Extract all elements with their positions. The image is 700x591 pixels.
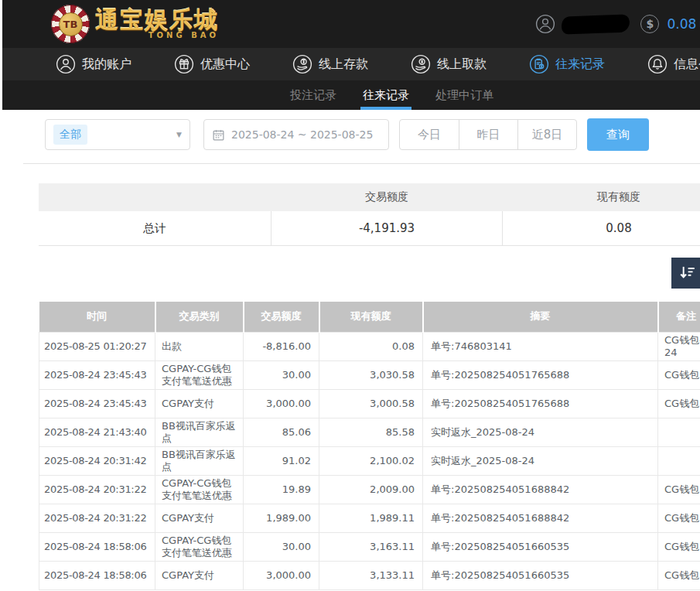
cell-balance: 3,030.58 [319,360,423,389]
cell-time: 2025-08-24 23:45:43 [39,360,155,389]
summary-total-balance: 0.08 [503,221,700,235]
left-edge-strip [0,0,2,110]
nav-label: 我的账户 [82,56,131,73]
summary-total-trade: -4,191.93 [271,211,503,245]
cell-amount: 30.00 [244,532,319,561]
col-header-amount: 交易额度 [244,302,319,332]
calendar-icon [212,128,225,142]
search-button[interactable]: 查询 [587,118,649,151]
cell-remark: CG钱包 [658,389,700,418]
cell-amount: -8,816.00 [244,332,319,360]
content-divider [23,163,700,164]
cell-remark: CG钱包 [658,475,700,504]
cell-time: 2025-08-24 18:58:06 [39,532,155,561]
cell-type: CGPAY支付 [155,389,244,418]
cell-type: 出款 [155,332,244,360]
quick-date-group: 今日 昨日 近8日 [399,119,577,150]
cell-summary: 实时返水_2025-08-24 [423,446,658,475]
col-header-balance: 现有额度 [319,302,423,332]
nav-item-announcements[interactable]: 信息公告 [647,54,700,74]
cell-remark [658,418,700,446]
sub-nav: 投注记录 往来记录 处理中订单 [0,80,700,110]
tab-pending-orders[interactable]: 处理中订单 [434,80,495,110]
cell-balance: 2,100.02 [319,446,423,475]
cell-type: BB视讯百家乐返点 [155,446,244,475]
cell-remark: CG钱包 [658,561,700,589]
cell-remark: CG钱包 [658,360,700,389]
tab-transaction-records[interactable]: 往来记录 [361,80,411,110]
summary-header-row: 交易额度 现有额度 [39,183,700,211]
cell-remark [658,446,700,475]
table-row: 2025-08-24 20:31:22 CGPAY支付 1,989.00 1,9… [39,504,700,532]
tab-label: 往来记录 [363,88,409,103]
user-avatar-icon[interactable] [535,14,555,34]
site-logo[interactable]: TB 通宝娱乐城 TONG BAO [51,5,219,43]
account-area: $ 0.08 R [535,0,700,48]
cell-amount: 85.06 [244,418,319,446]
type-select-value: 全部 [53,125,87,145]
nav-item-transactions[interactable]: 往来记录 [529,54,605,74]
cell-remark: CG钱包 [658,504,700,532]
cell-summary: 单号:202508254051765688 [423,360,658,389]
withdraw-icon [411,54,431,74]
cell-balance: 2,009.00 [319,475,423,504]
cell-amount: 91.02 [244,446,319,475]
summary-total-label: 总计 [39,221,271,236]
nav-label: 优惠中心 [200,56,250,73]
cell-summary: 单号:202508254051688842 [423,504,658,532]
cell-amount: 30.00 [244,360,319,389]
filter-bar: 全部 ▼ 2025-08-24 ~ 2025-08-25 今日 昨日 近8日 查… [45,118,700,151]
cell-summary: 单号:202508254051765688 [423,389,658,418]
cell-amount: 3,000.00 [244,389,319,418]
cell-time: 2025-08-25 01:20:27 [39,332,155,360]
cell-type: BB视讯百家乐返点 [155,418,244,446]
nav-item-deposit[interactable]: 线上存款 [292,54,368,74]
yesterday-button[interactable]: 昨日 [459,120,517,149]
nav-label: 往来记录 [555,56,605,73]
sort-descending-icon[interactable] [671,258,700,289]
cell-balance: 1,989.11 [319,504,423,532]
cell-balance: 3,133.11 [319,561,423,589]
cell-summary: 单号:202508254051688842 [423,475,658,504]
chevron-down-icon: ▼ [176,131,182,138]
cell-summary: 单号:202508254051660535 [423,561,658,589]
nav-item-my-account[interactable]: 我的账户 [56,54,131,74]
date-range-value: 2025-08-24 ~ 2025-08-25 [231,128,373,141]
bell-icon [647,54,668,74]
type-select[interactable]: 全部 ▼ [45,119,190,150]
active-tab-underline [360,107,411,110]
last-8-days-button[interactable]: 近8日 [517,120,576,149]
cell-balance: 3,163.11 [319,532,423,561]
cell-time: 2025-08-24 20:31:22 [39,504,155,532]
nav-label: 线上存款 [319,56,368,73]
date-range-input[interactable]: 2025-08-24 ~ 2025-08-25 [203,119,389,150]
brand-name-cn: 通宝娱乐城 [95,9,219,32]
summary-table: 交易额度 现有额度 总计 -4,191.93 0.08 [39,183,700,246]
redacted-username [562,14,630,34]
today-button[interactable]: 今日 [400,120,459,149]
table-row: 2025-08-24 23:45:43 CGPAY支付 3,000.00 3,0… [39,389,700,418]
table-row: 2025-08-25 01:20:27 出款 -8,816.00 0.08 单号… [39,332,700,360]
summary-header-balance: 现有额度 [503,190,700,204]
tab-betting-records[interactable]: 投注记录 [289,80,338,110]
col-header-remark: 备注 [658,302,700,332]
nav-item-promotions[interactable]: 优惠中心 [174,54,250,74]
records-icon [529,54,549,74]
summary-total-row: 总计 -4,191.93 0.08 [39,211,700,246]
cell-time: 2025-08-24 23:45:43 [39,389,155,418]
col-header-summary: 摘要 [423,302,658,332]
cell-balance: 3,000.58 [319,389,423,418]
cell-type: CGPAY-CG钱包支付笔笔送优惠 [155,360,244,389]
table-row: 2025-08-24 21:43:40 BB视讯百家乐返点 85.06 85.5… [39,418,700,446]
top-bar: TB 通宝娱乐城 TONG BAO $ 0.08 R [0,0,700,48]
table-row: 2025-08-24 23:45:43 CGPAY-CG钱包支付笔笔送优惠 30… [39,360,700,389]
cell-type: CGPAY-CG钱包支付笔笔送优惠 [155,532,244,561]
table-row: 2025-08-24 20:31:22 CGPAY-CG钱包支付笔笔送优惠 19… [39,475,700,504]
cell-time: 2025-08-24 18:58:06 [39,561,155,589]
cell-balance: 0.08 [319,332,423,360]
user-icon [56,54,76,74]
nav-item-withdraw[interactable]: 线上取款 [411,54,487,74]
cell-summary: 单号:746803141 [423,332,658,360]
col-header-type: 交易类别 [155,302,244,332]
brand-text: 通宝娱乐城 TONG BAO [95,9,219,39]
